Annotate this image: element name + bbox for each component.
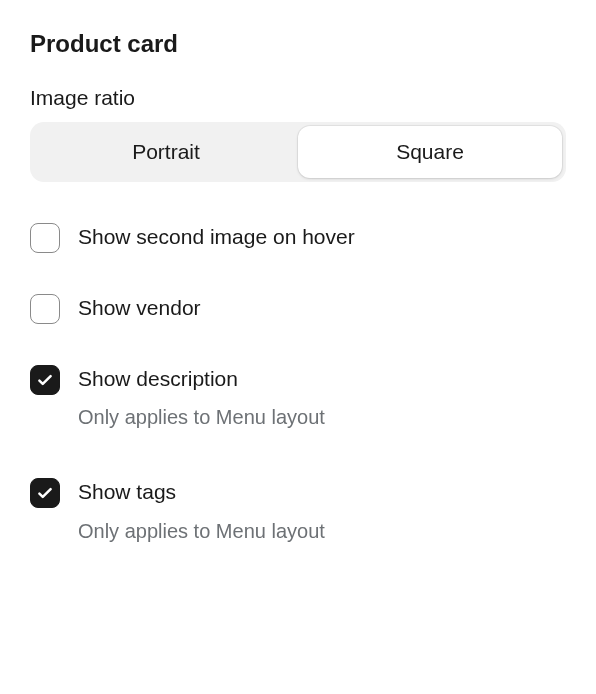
checkbox-vendor[interactable] — [30, 294, 60, 324]
checkbox-label-tags: Show tags — [78, 477, 325, 506]
segment-square[interactable]: Square — [298, 126, 562, 178]
checkbox-text-second-image: Show second image on hover — [78, 222, 355, 251]
checkbox-row-description: Show description Only applies to Menu la… — [30, 364, 566, 431]
help-text-description: Only applies to Menu layout — [78, 403, 325, 431]
checkbox-label-description: Show description — [78, 364, 325, 393]
checkbox-text-description: Show description Only applies to Menu la… — [78, 364, 325, 431]
image-ratio-segmented-control: Portrait Square — [30, 122, 566, 182]
checkbox-tags[interactable] — [30, 478, 60, 508]
checkbox-text-tags: Show tags Only applies to Menu layout — [78, 477, 325, 544]
help-text-tags: Only applies to Menu layout — [78, 517, 325, 545]
check-icon — [36, 484, 54, 502]
checkbox-label-second-image: Show second image on hover — [78, 222, 355, 251]
checkbox-row-vendor: Show vendor — [30, 293, 566, 324]
image-ratio-field: Image ratio Portrait Square — [30, 86, 566, 182]
image-ratio-label: Image ratio — [30, 86, 566, 110]
checkbox-label-vendor: Show vendor — [78, 293, 201, 322]
check-icon — [36, 371, 54, 389]
checkbox-description[interactable] — [30, 365, 60, 395]
checkbox-row-second-image: Show second image on hover — [30, 222, 566, 253]
checkbox-row-tags: Show tags Only applies to Menu layout — [30, 477, 566, 544]
section-title: Product card — [30, 30, 566, 58]
checkbox-second-image[interactable] — [30, 223, 60, 253]
checkbox-text-vendor: Show vendor — [78, 293, 201, 322]
segment-portrait[interactable]: Portrait — [34, 126, 298, 178]
